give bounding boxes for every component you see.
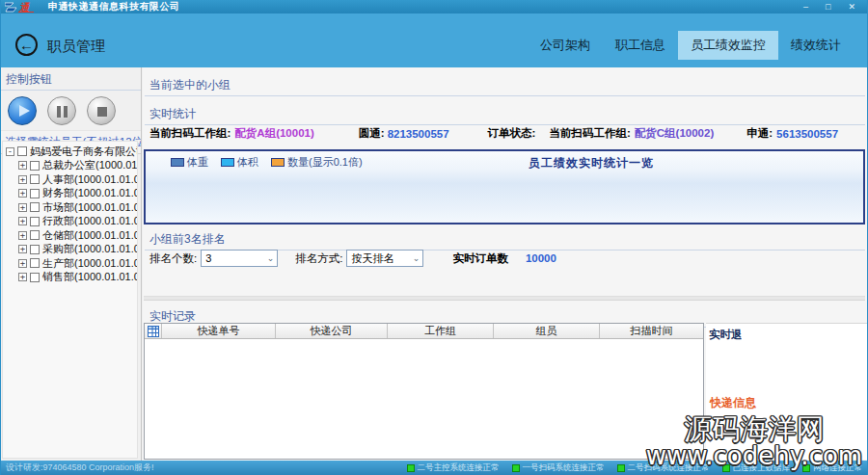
tree-node-label[interactable]: 销售部(1000.01.01.09)	[42, 270, 138, 284]
tree-root-label[interactable]: 妈妈爱电子商务有限公司	[30, 145, 138, 159]
tree-node-label[interactable]: 人事部(1000.01.01.02)	[42, 172, 138, 187]
tree-node-label[interactable]: 市场部(1000.01.01.04)	[42, 200, 138, 215]
pause-button[interactable]	[47, 96, 76, 125]
chevron-down-icon: ⌄	[267, 254, 275, 263]
play-icon	[19, 105, 30, 117]
tree-node[interactable]: + 市场部(1000.01.01.04)	[18, 200, 137, 215]
collapse-icon[interactable]: -	[6, 147, 14, 156]
checkbox[interactable]	[30, 161, 40, 171]
tree-node[interactable]: + 总裁办公室(1000.01.01.01)	[18, 159, 137, 173]
status-item-scanner1: 一号扫码系统连接正常	[512, 462, 605, 474]
rank-mode-select[interactable]: 按天排名 ⌄	[346, 250, 423, 267]
green-indicator-icon	[512, 464, 520, 472]
green-indicator-icon	[722, 464, 730, 472]
tree-node-label[interactable]: 行政部(1000.01.01.05)	[42, 214, 138, 228]
tree-node-label[interactable]: 采购部(1000.01.01.07)	[42, 242, 138, 256]
checkbox[interactable]	[30, 174, 40, 184]
status-text: 一号扫码系统连接正常	[523, 462, 605, 474]
carrier-number-shentong: 5613500557	[776, 128, 838, 140]
checkbox[interactable]	[30, 217, 40, 226]
checkbox[interactable]	[30, 202, 40, 212]
rank-mode-value: 按天排名	[351, 251, 393, 266]
scan-group-value-right: 配货C组(10002)	[635, 126, 714, 141]
control-buttons-group-title: 控制按钮	[1, 67, 141, 91]
column-header-scan-time[interactable]: 扫描时间	[600, 324, 703, 338]
app-window: 通 申通快递通信息科技有限公司 – □ ✕ ← 职员管理 公司架构 职工信息 员…	[0, 0, 868, 475]
scan-group-label-right: 当前扫码工作组:	[549, 126, 630, 141]
tab-performance-stats[interactable]: 绩效统计	[778, 31, 854, 60]
scan-group-label-left: 当前扫码工作组:	[149, 126, 231, 141]
legend-swatch-weight	[171, 158, 184, 167]
close-icon[interactable]: ✕	[848, 1, 855, 13]
legend-item-volume: 体积	[221, 155, 258, 170]
tree-node[interactable]: + 采购部(1000.01.01.07)	[18, 243, 137, 257]
checkbox[interactable]	[30, 258, 40, 268]
legend-label-weight: 体重	[187, 155, 208, 170]
expand-icon[interactable]: +	[18, 203, 27, 212]
checkbox[interactable]	[30, 230, 40, 240]
expand-icon[interactable]: +	[18, 231, 27, 240]
status-text: 网络连接正常	[813, 462, 862, 474]
expand-icon[interactable]: +	[18, 245, 27, 253]
pause-icon	[57, 106, 68, 118]
expand-icon[interactable]: +	[18, 175, 27, 184]
status-text: 二号扫码系统连接正常	[628, 462, 710, 474]
stop-icon	[97, 107, 107, 117]
tree-node-label[interactable]: 财务部(1000.01.01.03)	[42, 186, 138, 200]
expand-icon[interactable]: +	[18, 273, 27, 281]
checkbox[interactable]	[30, 245, 40, 254]
tree-node[interactable]: + 人事部(1000.01.01.02)	[18, 172, 137, 187]
back-button[interactable]: ←	[15, 34, 38, 56]
green-indicator-icon	[407, 464, 415, 472]
tab-employee-info[interactable]: 职工信息	[603, 31, 678, 60]
tree-node[interactable]: + 销售部(1000.01.01.09)	[18, 271, 137, 285]
rank-count-select[interactable]: 3 ⌄	[201, 250, 278, 267]
column-header-work-group[interactable]: 工作组	[388, 324, 494, 338]
tree-node-label[interactable]: 总裁办公室(1000.01.01.01)	[42, 158, 138, 172]
rank-count-label: 排名个数:	[149, 251, 197, 266]
tree-root[interactable]: - 妈妈爱电子商务有限公司	[6, 145, 137, 159]
tree-node-label[interactable]: 生产部(1000.01.01.08)	[42, 256, 138, 271]
expand-icon[interactable]: +	[18, 161, 27, 170]
selected-group-title: 当前选中的小组	[145, 73, 865, 96]
tree-node-label[interactable]: 仓储部(1000.01.01.06)	[42, 228, 138, 243]
tree-node[interactable]: + 仓储部(1000.01.01.06)	[18, 228, 137, 243]
tab-company-structure[interactable]: 公司架构	[528, 31, 603, 60]
tab-performance-monitor[interactable]: 员工绩效监控	[678, 31, 778, 60]
rank-mode-label: 排名方式:	[295, 251, 342, 266]
horizontal-splitter[interactable]	[144, 296, 865, 301]
stop-button[interactable]	[87, 96, 116, 125]
play-button[interactable]	[8, 96, 37, 125]
carrier-label-yuantong: 圆通:	[359, 126, 385, 141]
green-indicator-icon	[617, 464, 625, 472]
expand-icon[interactable]: +	[18, 189, 27, 198]
checkbox[interactable]	[30, 273, 40, 282]
chevron-down-icon: ⌄	[413, 254, 420, 263]
page-title: 职员管理	[47, 38, 105, 56]
expand-icon[interactable]: +	[18, 217, 27, 225]
rank-count-value: 3	[205, 252, 211, 264]
maximize-icon[interactable]: □	[826, 1, 830, 13]
realtime-stats-row: 当前扫码工作组: 配货A组(10001) 圆通: 8213500557 订单状态…	[149, 126, 867, 141]
legend-label-volume: 体积	[237, 155, 258, 170]
scan-group-value-left: 配货A组(10001)	[234, 126, 313, 141]
media-buttons	[1, 91, 141, 130]
minimize-icon[interactable]: –	[803, 1, 808, 13]
legend-swatch-volume	[221, 158, 234, 167]
tree-node[interactable]: + 行政部(1000.01.01.05)	[18, 215, 137, 229]
sidebar: 控制按钮 选择需统计员工(不超过12位) - 妈妈爱电子商务有限公司 + 总裁办…	[1, 67, 142, 461]
row-selector-header[interactable]	[145, 324, 162, 338]
nav-tabs: 公司架构 职工信息 员工绩效监控 绩效统计	[528, 31, 854, 60]
column-header-express-company[interactable]: 快递公司	[276, 324, 388, 338]
expand-icon[interactable]: +	[18, 259, 27, 268]
tree-node[interactable]: + 生产部(1000.01.01.08)	[18, 256, 137, 271]
column-header-tracking-number[interactable]: 快递单号	[162, 324, 276, 338]
column-header-member[interactable]: 组员	[494, 324, 600, 338]
ranking-group-title: 小组前3名排名	[145, 227, 865, 251]
records-table-header: 快递单号 快递公司 工作组 组员 扫描时间	[145, 324, 703, 339]
checkbox[interactable]	[17, 146, 27, 156]
status-text: 已连接上数据库	[733, 462, 791, 474]
checkbox[interactable]	[30, 189, 40, 198]
window-controls: – □ ✕	[803, 1, 863, 13]
tree-node[interactable]: + 财务部(1000.01.01.03)	[18, 187, 137, 201]
